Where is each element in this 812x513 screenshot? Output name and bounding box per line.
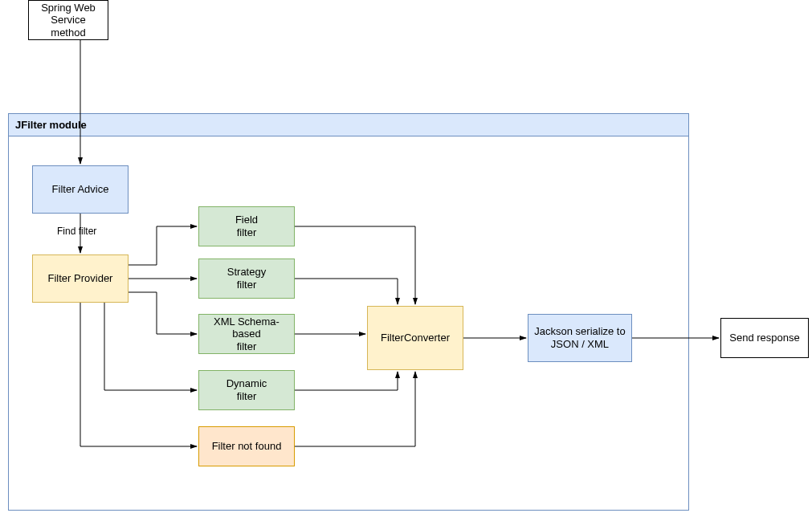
filter-provider-box: Filter Provider bbox=[32, 254, 129, 303]
find-filter-label: Find filter bbox=[57, 226, 96, 237]
xml-filter-box: XML Schema-based filter bbox=[198, 314, 295, 354]
filter-advice-box: Filter Advice bbox=[32, 165, 129, 214]
spring-ws-box: Spring Web Service method bbox=[28, 0, 108, 40]
strategy-filter-box: Strategy filter bbox=[198, 259, 295, 299]
jackson-box: Jackson serialize to JSON / XML bbox=[528, 314, 632, 362]
module-title: JFilter module bbox=[9, 114, 688, 136]
dynamic-filter-box: Dynamic filter bbox=[198, 370, 295, 410]
filter-not-found-box: Filter not found bbox=[198, 426, 295, 466]
send-response-box: Send response bbox=[720, 318, 809, 358]
field-filter-box: Field filter bbox=[198, 206, 295, 246]
filter-converter-box: FilterConverter bbox=[367, 306, 463, 370]
